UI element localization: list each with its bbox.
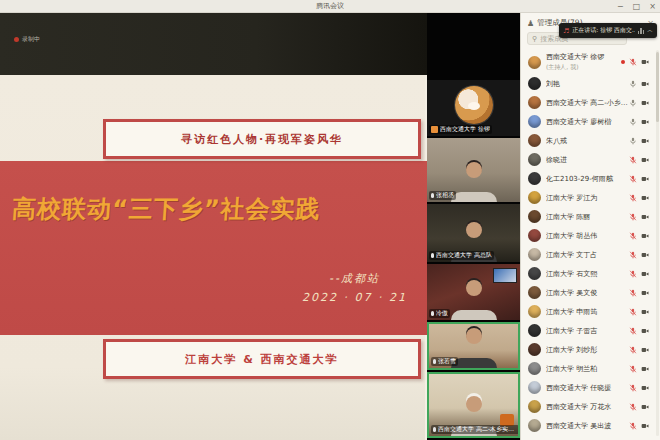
member-row[interactable]: 西南交通大学 徐锣 (主持人, 我) [521, 50, 655, 74]
window-titlebar: 腾讯会议 − □ × [0, 0, 660, 13]
member-row[interactable]: 江南大学 子雷吉 [521, 321, 655, 340]
camera-icon[interactable] [641, 251, 649, 259]
member-name: 江南大学 罗江为 [546, 193, 629, 203]
microphone-icon[interactable] [629, 289, 637, 297]
member-row[interactable]: 西南交通大学 万花水 [521, 397, 655, 416]
video-tile[interactable]: 张相丞 [427, 138, 520, 202]
camera-icon[interactable] [641, 289, 649, 297]
recording-label: 录制中 [22, 35, 40, 44]
panel-scrollbar-thumb[interactable] [656, 52, 659, 122]
panel-scrollbar[interactable] [656, 50, 659, 436]
member-row[interactable]: 徐晓进 [521, 150, 655, 169]
member-row[interactable]: 江南大学 吴文俊 [521, 283, 655, 302]
member-row[interactable]: 化工2103-29-何雨舷 [521, 169, 655, 188]
member-row[interactable]: 江南大学 明兰柏 [521, 359, 655, 378]
member-row[interactable]: 江南大学 胡丛伟 [521, 226, 655, 245]
member-row[interactable]: 江南大学 陈丽 [521, 207, 655, 226]
mic-icon [431, 311, 434, 316]
participant-video [451, 294, 497, 320]
camera-icon[interactable] [641, 213, 649, 221]
maximize-button[interactable]: □ [633, 0, 641, 13]
minimize-button[interactable]: − [617, 0, 624, 13]
member-name: 朱八戒 [546, 136, 629, 146]
microphone-icon[interactable] [629, 346, 637, 354]
microphone-icon[interactable] [629, 175, 637, 183]
camera-icon[interactable] [641, 156, 649, 164]
microphone-icon[interactable] [629, 58, 637, 66]
member-name: 西南交通大学 吴出波 [546, 421, 629, 431]
camera-icon[interactable] [641, 308, 649, 316]
microphone-icon[interactable] [629, 194, 637, 202]
microphone-icon[interactable] [629, 422, 637, 430]
microphone-icon[interactable] [629, 99, 637, 107]
toast-collapse-icon[interactable]: ︿ [647, 26, 653, 35]
camera-icon[interactable] [641, 175, 649, 183]
avatar-image [455, 86, 493, 124]
microphone-icon[interactable] [629, 365, 637, 373]
member-avatar [528, 115, 541, 128]
microphone-icon[interactable] [629, 80, 637, 88]
microphone-icon[interactable] [629, 213, 637, 221]
recording-dot-icon [14, 37, 19, 42]
microphone-icon[interactable] [629, 232, 637, 240]
mic-icon [431, 193, 434, 198]
member-row[interactable]: 西南交通大学 任晓援 [521, 378, 655, 397]
microphone-icon[interactable] [629, 137, 637, 145]
video-tile[interactable]: 张若雪 [427, 322, 520, 370]
camera-icon[interactable] [641, 58, 649, 66]
camera-icon[interactable] [641, 137, 649, 145]
microphone-icon[interactable] [629, 384, 637, 392]
camera-icon[interactable] [641, 270, 649, 278]
microphone-icon[interactable] [629, 270, 637, 278]
mic-icon [433, 359, 436, 364]
video-tile-label: 张若雪 [431, 357, 458, 366]
member-role-label: (主持人, 我) [546, 63, 621, 72]
member-row[interactable]: 江南大学 罗江为 [521, 188, 655, 207]
video-tile[interactable]: 西南交通大学 徐锣 [427, 80, 520, 136]
microphone-icon[interactable] [629, 156, 637, 164]
speaking-toast[interactable]: ♬ 正在讲话: 徐锣 西南交... ︿ [559, 23, 657, 38]
microphone-icon[interactable] [629, 403, 637, 411]
video-tile[interactable]: 西南交通大学 高二-木乡实践总队 [427, 372, 520, 438]
member-name: 江南大学 申雨筠 [546, 307, 629, 317]
member-avatar [528, 267, 541, 280]
member-name: 江南大学 刘纱彤 [546, 345, 629, 355]
member-row[interactable]: 江南大学 申雨筠 [521, 302, 655, 321]
microphone-icon[interactable] [629, 308, 637, 316]
member-row[interactable]: 朱八戒 [521, 131, 655, 150]
camera-icon[interactable] [641, 99, 649, 107]
video-tile-label: 冷傲 [429, 309, 450, 318]
video-tile[interactable]: 西南交通大学 高总队 [427, 204, 520, 262]
member-name: 西南交通大学 万花水 [546, 402, 629, 412]
video-tile-name: 西南交通大学 徐锣 [440, 125, 490, 134]
camera-icon[interactable] [641, 346, 649, 354]
camera-icon[interactable] [641, 403, 649, 411]
camera-icon[interactable] [641, 232, 649, 240]
shared-screen-area: 录制中 寻访红色人物·再现军姿风华 高校联动“三下乡”社会实践 --成都站 20… [0, 13, 427, 440]
camera-icon[interactable] [641, 384, 649, 392]
screen-share-inset [493, 268, 517, 283]
microphone-icon[interactable] [629, 327, 637, 335]
recording-indicator[interactable]: 录制中 [14, 35, 40, 44]
member-row[interactable]: 江南大学 刘纱彤 [521, 340, 655, 359]
microphone-icon[interactable] [629, 118, 637, 126]
camera-icon[interactable] [641, 80, 649, 88]
member-row[interactable]: 江南大学 文丁占 [521, 245, 655, 264]
camera-icon[interactable] [641, 422, 649, 430]
close-button[interactable]: × [649, 0, 656, 13]
member-row[interactable]: 西南交通大学 吴出波 [521, 416, 655, 435]
member-name: 西南交通大学 高二-小乡实践总队 [546, 98, 629, 108]
camera-icon[interactable] [641, 118, 649, 126]
video-tile[interactable]: 冷傲 [427, 264, 520, 320]
member-avatar [528, 134, 541, 147]
member-row[interactable]: 西南交通大学 高二-小乡实践总队 [521, 93, 655, 112]
camera-icon[interactable] [641, 365, 649, 373]
camera-icon[interactable] [641, 327, 649, 335]
slide-top-banner-text: 寻访红色人物·再现军姿风华 [181, 132, 343, 147]
member-name: 江南大学 石文熙 [546, 269, 629, 279]
member-row[interactable]: 刘艳 [521, 74, 655, 93]
member-row[interactable]: 西南交通大学 廖树楷 [521, 112, 655, 131]
microphone-icon[interactable] [629, 251, 637, 259]
member-row[interactable]: 江南大学 石文熙 [521, 264, 655, 283]
camera-icon[interactable] [641, 194, 649, 202]
